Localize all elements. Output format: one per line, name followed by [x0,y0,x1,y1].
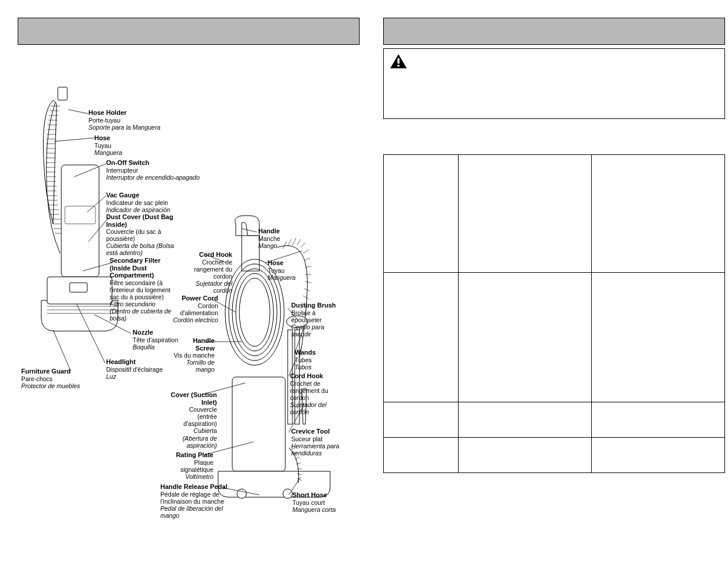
table-row [384,155,725,273]
label-handle: Handle Manche Mango [258,227,280,249]
svg-line-73 [54,138,94,141]
label-short-hose: Short Hose Tuyau court Manguera corta [292,491,336,513]
warning-box [383,48,725,119]
svg-line-75 [87,196,106,212]
label-nozzle: Nozzle Tête d'aspiration Boquilla [133,329,178,351]
info-table [383,154,725,473]
label-handle-screw: Handle Screw Vis du manche Tornillo de m… [173,337,215,373]
table-row [384,402,725,438]
svg-line-76 [88,218,108,242]
label-furniture-guard: Furniture Guard Pare-chocs Protector de … [21,368,80,389]
label-hose-holder: Hose Holder Porte-tuyau Soporte para la … [88,109,160,131]
parts-diagram: Hose Holder Porte-tuyau Soporte para la … [18,77,360,548]
warning-icon [390,54,407,69]
svg-rect-94 [397,58,399,64]
label-headlight: Headlight Dispositif d'éclairage Luz [106,358,163,380]
right-page [383,18,725,473]
label-hose2: Hose Tuyau Manguera [268,259,295,281]
right-banner [383,18,725,45]
svg-line-74 [74,164,106,177]
table-row [384,273,725,402]
label-rating-plate: Rating Plate Plaque signalétique Voltíme… [166,451,213,480]
svg-line-81 [242,229,257,232]
label-dust-cover: Dust Cover (Dust Bag Inside) Couvercle (… [106,213,177,257]
left-banner [18,18,360,45]
label-power-cord: Power Cord Cordon d'alimentation Cordón … [171,295,218,323]
svg-line-77 [83,263,112,271]
svg-line-80 [53,330,71,371]
svg-line-72 [68,110,88,114]
label-cover-inlet: Cover (Suction Inlet) Couvercle (entrée … [170,391,217,449]
label-wands: Wands Tubes Tubos [295,349,316,371]
label-vac-gauge: Vac Gauge Indicateur de sac plein Indica… [106,191,170,213]
label-dusting-brush: Dusting Brush Brosse à épousseter Cepill… [291,302,344,338]
left-page [18,18,360,48]
label-cord-hook2: Cord Hook Crochet de rangement du cordon… [290,372,337,415]
svg-rect-95 [397,65,399,67]
label-cord-hook: Cord Hook Crochet de rangement du cordon… [191,251,232,294]
svg-line-79 [77,304,105,363]
label-secondary-filter: Secondary Filter (Inside Dust Compartmen… [110,257,174,322]
table-row [384,438,725,473]
label-crevice-tool: Crevice Tool Suceur plat Herramienta par… [291,428,356,457]
label-handle-release: Handle Release Pedal Pédale de réglage d… [160,483,243,519]
label-on-off: On-Off Switch Interrupteur Interruptor d… [106,159,200,181]
label-hose: Hose Tuyau Manguera [94,134,122,156]
